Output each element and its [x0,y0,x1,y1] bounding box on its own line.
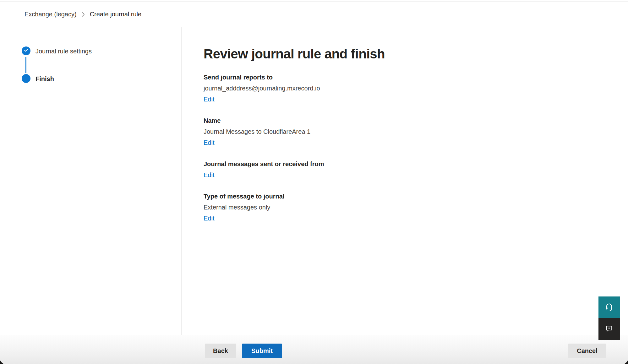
help-button[interactable] [598,296,620,318]
step-finish[interactable]: Finish [35,75,54,83]
edit-scope-link[interactable]: Edit [204,170,214,181]
step-connector-line [25,57,26,73]
section-value: Journal Messages to CloudflareArea 1 [204,126,609,137]
breadcrumb-create-journal-rule: Create journal rule [90,11,142,18]
submit-button[interactable]: Submit [242,344,282,358]
step-completed-indicator[interactable] [22,46,30,55]
section-label: Send journal reports to [204,72,609,83]
section-label: Type of message to journal [204,191,609,202]
edit-journal-reports-link[interactable]: Edit [204,94,214,105]
floating-buttons [598,296,620,340]
check-icon [24,48,29,54]
review-panel: Review journal rule and finish Send jour… [204,27,609,335]
step-journal-rule-settings[interactable]: Journal rule settings [35,47,92,55]
breadcrumb-exchange-legacy[interactable]: Exchange (legacy) [25,11,77,18]
edit-name-link[interactable]: Edit [204,137,214,148]
section-value: External messages only [204,202,609,213]
edit-message-type-link[interactable]: Edit [204,213,214,224]
section-label: Name [204,115,609,126]
headset-icon [605,302,614,312]
footer-action-bar: Back Submit Cancel [0,335,628,364]
section-name: Name Journal Messages to CloudflareArea … [204,115,609,148]
chevron-right-icon [81,12,85,17]
chat-feedback-icon [605,324,613,334]
cancel-button[interactable]: Cancel [568,344,606,358]
step-current-indicator[interactable] [22,74,30,83]
section-send-journal-reports-to: Send journal reports to journal_adddress… [204,72,609,105]
section-message-type: Type of message to journal External mess… [204,191,609,224]
breadcrumb: Exchange (legacy) Create journal rule [25,2,141,27]
back-button[interactable]: Back [205,344,236,358]
header-bar: Exchange (legacy) Create journal rule [0,2,628,27]
section-label: Journal messages sent or received from [204,159,609,170]
feedback-button[interactable] [598,318,620,340]
app-window: Exchange (legacy) Create journal rule Jo… [0,0,628,364]
page-title: Review journal rule and finish [204,46,609,62]
section-journal-messages-scope: Journal messages sent or received from E… [204,159,609,181]
section-value: journal_adddress@journaling.mxrecord.io [204,83,609,94]
wizard-steps-panel: Journal rule settings Finish [0,27,182,335]
